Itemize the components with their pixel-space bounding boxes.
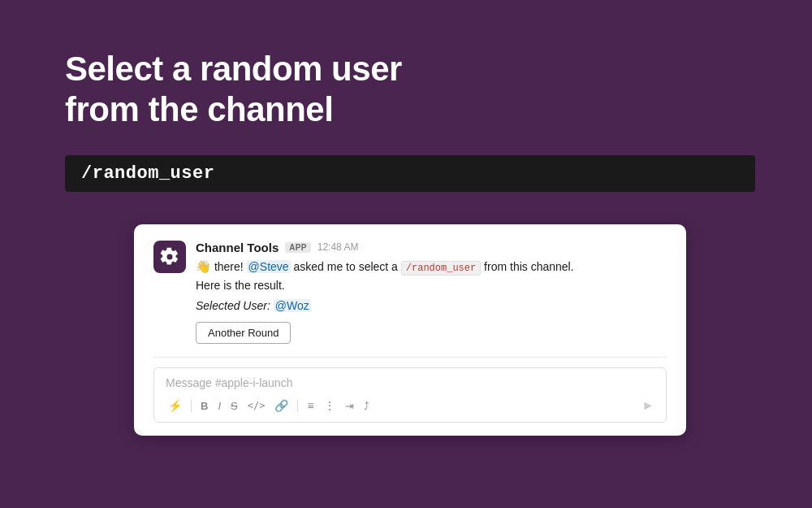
link-icon[interactable]: 🔗 <box>272 397 291 414</box>
bot-name: Channel Tools <box>196 241 279 254</box>
code-icon[interactable]: </> <box>245 398 268 413</box>
message-mid: asked me to select a <box>294 260 398 273</box>
message-timestamp: 12:48 AM <box>317 241 359 253</box>
gear-icon <box>160 247 179 267</box>
bold-icon[interactable]: B <box>198 398 210 414</box>
mention-steve: @Steve <box>247 260 291 273</box>
message-input-area[interactable]: Message #apple-i-launch ⚡ B I S </> 🔗 ≡ … <box>153 367 667 423</box>
message-text-line1: 👋 there! @Steve asked me to select a /ra… <box>196 258 667 276</box>
message-end: from this channel. <box>484 260 574 273</box>
message-area: Channel Tools APP 12:48 AM 👋 there! @Ste… <box>153 241 667 345</box>
send-icon[interactable]: ► <box>641 398 654 413</box>
message-pre: there! <box>211 260 244 273</box>
message-content: Channel Tools APP 12:48 AM 👋 there! @Ste… <box>196 241 667 345</box>
chat-card: Channel Tools APP 12:48 AM 👋 there! @Ste… <box>134 224 686 436</box>
lightning-icon[interactable]: ⚡ <box>166 397 184 414</box>
another-round-button[interactable]: Another Round <box>196 322 291 344</box>
ordered-list-icon[interactable]: ≡ <box>304 397 316 414</box>
toolbar-separator-2 <box>297 399 298 412</box>
bot-avatar <box>153 241 186 273</box>
strikethrough-icon[interactable]: S <box>228 398 240 414</box>
italic-icon[interactable]: I <box>215 398 223 414</box>
wave-emoji: 👋 <box>196 259 211 273</box>
app-badge: APP <box>285 242 310 253</box>
message-toolbar: ⚡ B I S </> 🔗 ≡ ⋮ ⇥ ⤴ ► <box>166 397 654 414</box>
command-badge: /random_user <box>65 155 755 192</box>
message-placeholder: Message #apple-i-launch <box>166 376 654 389</box>
selected-label: Selected User: <box>196 299 270 312</box>
headline-line1: Select a random user <box>65 49 755 89</box>
message-header: Channel Tools APP 12:48 AM <box>196 241 667 254</box>
headline-line2: from the channel <box>65 89 755 130</box>
unordered-list-icon[interactable]: ⋮ <box>322 397 338 414</box>
toolbar-separator-1 <box>191 399 192 412</box>
headline: Select a random user from the channel <box>65 49 755 131</box>
selected-user: @Woz <box>274 299 311 312</box>
command-inline: /random_user <box>401 261 481 276</box>
blockquote-icon[interactable]: ⤴ <box>361 398 372 414</box>
indent-icon[interactable]: ⇥ <box>343 398 356 414</box>
divider <box>153 357 667 358</box>
message-text-line2: Here is the result. <box>196 277 667 294</box>
selected-user-line: Selected User: @Woz <box>196 299 667 312</box>
